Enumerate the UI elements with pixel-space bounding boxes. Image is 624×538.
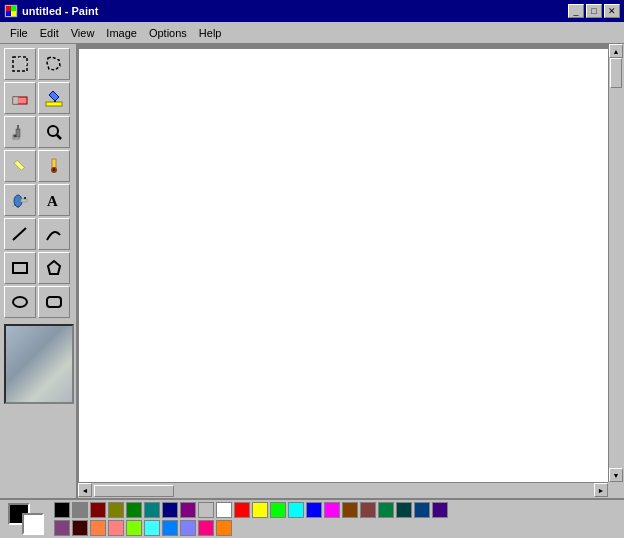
scroll-right-button[interactable]: ► [594,483,608,497]
scrollbar-vertical[interactable]: ▲ ▼ [608,44,624,482]
menu-item-edit[interactable]: Edit [34,25,65,41]
ellipse-tool[interactable] [4,286,36,318]
title-bar: untitled - Paint _ □ ✕ [0,0,624,22]
svg-marker-32 [48,261,60,274]
scroll-thumb-horizontal[interactable] [94,485,174,497]
line-tool[interactable] [4,218,36,250]
main-area: A [0,44,624,498]
color-swatch[interactable] [90,520,106,536]
color-swatch[interactable] [72,520,88,536]
color-swatch[interactable] [216,502,232,518]
rectangle-tool[interactable] [4,252,36,284]
color-swatch[interactable] [90,502,106,518]
color-swatch[interactable] [54,502,70,518]
color-swatch[interactable] [396,502,412,518]
curve-tool[interactable] [38,218,70,250]
svg-rect-34 [47,297,61,307]
svg-rect-14 [17,125,19,130]
current-colors [8,503,44,535]
scrollbar-horizontal[interactable]: ◄ ► [78,482,608,498]
drawing-canvas[interactable] [78,48,612,486]
color-swatch[interactable] [342,502,358,518]
menu-item-view[interactable]: View [65,25,101,41]
svg-point-25 [24,197,26,199]
magnify-tool[interactable] [38,116,70,148]
color-swatch[interactable] [54,520,70,536]
menu-item-file[interactable]: File [4,25,34,41]
color-swatch[interactable] [180,502,196,518]
scroll-thumb-vertical[interactable] [610,58,622,88]
close-button[interactable]: ✕ [604,4,620,18]
canvas-scroll-area[interactable]: ▲ ▼ ◄ ► [78,44,624,498]
color-swatch[interactable] [252,502,268,518]
text-tool[interactable]: A [38,184,70,216]
svg-rect-24 [21,199,27,202]
scrollbar-corner [608,482,624,498]
svg-rect-1 [6,6,11,11]
color-swatch[interactable] [288,502,304,518]
tool-row-3 [4,116,72,148]
menu-item-image[interactable]: Image [100,25,143,41]
svg-rect-10 [46,102,62,106]
canvas-wrapper: ▲ ▼ ◄ ► [78,44,624,498]
eraser-tool[interactable] [4,82,36,114]
background-color[interactable] [22,513,44,535]
color-swatch[interactable] [216,520,232,536]
svg-text:A: A [47,193,58,209]
svg-point-33 [13,297,27,307]
tool-row-5: A [4,184,72,216]
scroll-left-button[interactable]: ◄ [78,483,92,497]
polygon-tool[interactable] [38,252,70,284]
maximize-button[interactable]: □ [586,4,602,18]
tool-row-8 [4,286,72,318]
color-swatch[interactable] [162,520,178,536]
svg-line-17 [57,135,61,139]
svg-rect-4 [11,11,16,16]
scroll-down-button[interactable]: ▼ [609,468,623,482]
minimize-button[interactable]: _ [568,4,584,18]
color-swatch[interactable] [126,502,142,518]
svg-rect-31 [13,263,27,273]
color-swatch[interactable] [180,520,196,536]
color-swatch[interactable] [198,520,214,536]
svg-point-15 [14,135,17,138]
free-select-tool[interactable] [38,48,70,80]
svg-line-30 [13,228,26,240]
scroll-track-vertical[interactable] [609,58,624,468]
airbrush-tool[interactable] [4,184,36,216]
brush-tool[interactable] [38,150,70,182]
color-swatch[interactable] [108,502,124,518]
color-swatch[interactable] [198,502,214,518]
tool-row-2 [4,82,72,114]
color-swatch[interactable] [126,520,142,536]
color-swatch[interactable] [234,502,250,518]
menu-item-options[interactable]: Options [143,25,193,41]
title-buttons[interactable]: _ □ ✕ [568,4,620,18]
color-swatch[interactable] [324,502,340,518]
color-swatch[interactable] [306,502,322,518]
color-swatch[interactable] [414,502,430,518]
select-rect-tool[interactable] [4,48,36,80]
dropper-tool[interactable] [4,116,36,148]
color-swatch[interactable] [270,502,286,518]
fill-tool[interactable] [38,82,70,114]
scroll-up-button[interactable]: ▲ [609,44,623,58]
color-swatch[interactable] [144,520,160,536]
rounded-rect-tool[interactable] [38,286,70,318]
color-swatch[interactable] [72,502,88,518]
svg-rect-3 [6,11,11,16]
color-bar [0,498,624,538]
image-preview [4,324,74,404]
color-palette [54,502,454,536]
svg-rect-18 [14,160,24,170]
color-swatch[interactable] [162,502,178,518]
color-swatch[interactable] [144,502,160,518]
color-swatch[interactable] [108,520,124,536]
pencil-tool[interactable] [4,150,36,182]
color-swatch[interactable] [360,502,376,518]
color-swatch[interactable] [378,502,394,518]
svg-marker-19 [19,171,22,173]
color-swatch[interactable] [432,502,448,518]
scroll-track-horizontal[interactable] [92,483,594,498]
menu-item-help[interactable]: Help [193,25,228,41]
